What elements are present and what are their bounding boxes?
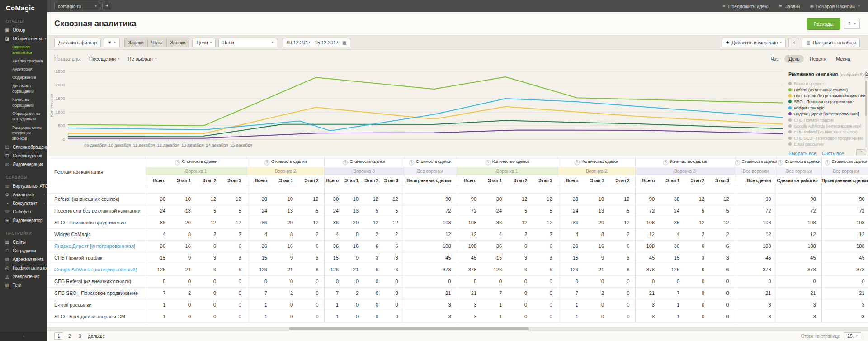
toggle-requests[interactable]: Заявки bbox=[166, 38, 190, 47]
suggest-idea-link[interactable]: ✦ Предложить идею bbox=[722, 4, 768, 9]
legend-item[interactable]: Яндекс.Директ [интегрированная] bbox=[788, 111, 865, 117]
sidebar-item-consultant[interactable]: ◔Консультант› bbox=[0, 199, 47, 208]
date-range-input[interactable]: 09.12.2017 - 15.12.2017 ▦ bbox=[283, 38, 350, 47]
column-header[interactable]: Этап 3 bbox=[384, 175, 404, 187]
clear-dimension-button[interactable]: ✕ bbox=[788, 38, 799, 47]
help-icon[interactable]: ? bbox=[343, 160, 348, 165]
column-header[interactable]: Всего bbox=[146, 175, 171, 187]
sidebar-subitem-end-to-end-analytics[interactable]: Сквозная аналитика bbox=[0, 43, 47, 57]
sidebar-item-virtual-ats[interactable]: ☏Виртуальная АТС› bbox=[0, 182, 47, 190]
sidebar-item-tags[interactable]: ▧Теги bbox=[0, 281, 47, 289]
project-select[interactable]: comagic.ru ▾ bbox=[54, 2, 100, 10]
column-header[interactable]: Этап 2 bbox=[507, 175, 533, 187]
sidebar-collapse-button[interactable]: ‹ bbox=[0, 332, 47, 341]
column-header[interactable]: Проигранные сделки bbox=[821, 175, 868, 187]
sidebar-item-lead-generator[interactable]: ⊞Лидогенератор bbox=[0, 216, 47, 225]
help-icon[interactable]: ? bbox=[735, 160, 740, 165]
legend-item[interactable]: Widget CoMagic bbox=[788, 105, 865, 111]
tickets-link[interactable]: ⚑ Заявки bbox=[778, 4, 800, 9]
legend-scrollbar-thumb[interactable] bbox=[865, 81, 867, 116]
sidebar-item-activity-schedules[interactable]: ◴Графики активности bbox=[0, 264, 47, 272]
column-header[interactable]: Этап 2 bbox=[196, 175, 222, 187]
chart-collapse-button[interactable]: ⌃ bbox=[856, 149, 866, 155]
help-icon[interactable]: ? bbox=[175, 160, 180, 165]
sidebar-subitem-requests-quality[interactable]: Качество обращений bbox=[0, 95, 47, 109]
legend-item[interactable]: Посетители без рекламной кампании bbox=[788, 93, 865, 99]
column-header[interactable]: Этап 2 bbox=[298, 175, 324, 187]
column-header[interactable]: Выигранные сделки bbox=[404, 175, 457, 187]
sidebar-item-overview[interactable]: ▣Обзор bbox=[0, 26, 47, 34]
sidebar-item-general-reports[interactable]: ◪Общие отчёты▾ bbox=[0, 34, 47, 43]
goals-button[interactable]: Цели ▾ bbox=[192, 38, 216, 47]
legend-item[interactable]: Referal (из внешних ссылок) bbox=[788, 86, 865, 92]
export-button[interactable]: ↥ ▾ bbox=[844, 19, 860, 29]
sidebar-subitem-audience[interactable]: Аудитория bbox=[0, 65, 47, 73]
metric-select[interactable]: Посещения ▾ bbox=[89, 56, 119, 62]
period-week[interactable]: Неделя bbox=[806, 55, 830, 63]
expenses-button[interactable]: Расходы bbox=[807, 18, 840, 30]
horizontal-scrollbar[interactable] bbox=[47, 327, 868, 331]
column-header[interactable]: Всего bbox=[558, 175, 584, 187]
sidebar-item-deals-list[interactable]: ⊟Список сделок bbox=[0, 152, 47, 160]
add-filter-button[interactable]: Добавить фильтр bbox=[54, 38, 101, 47]
help-icon[interactable]: ? bbox=[575, 160, 580, 165]
add-dimension-button[interactable]: + Добавить измерение ▾ bbox=[722, 38, 786, 47]
legend-item[interactable]: Google AdWords [интегрированная] bbox=[788, 123, 865, 129]
sidebar-item-sitephone[interactable]: ☏Сайтфон bbox=[0, 208, 47, 216]
column-header[interactable]: Этап 1 bbox=[660, 175, 685, 187]
sidebar-item-lead-generation[interactable]: ◎Лидогенерация bbox=[0, 160, 47, 169]
rows-per-page-select[interactable]: 25 ▾ bbox=[844, 332, 861, 340]
sidebar-subitem-requests-by-employees[interactable]: Обращения по сотрудникам bbox=[0, 109, 47, 123]
next-page-link[interactable]: дальше bbox=[86, 333, 107, 339]
filter-menu-button[interactable]: ▼ ▾ bbox=[104, 38, 119, 47]
sidebar-subitem-traffic-analysis[interactable]: Анализ трафика bbox=[0, 57, 47, 65]
sidebar-item-requests-list[interactable]: ▤Список обращений› bbox=[0, 143, 47, 152]
column-header[interactable]: Этап 2 bbox=[685, 175, 710, 187]
toggle-chats[interactable]: Чаты bbox=[147, 38, 167, 47]
add-project-button[interactable]: + bbox=[102, 2, 112, 10]
column-header[interactable]: Этап 3 bbox=[710, 175, 735, 187]
campaign-row-label[interactable]: Яндекс.Директ [интегрированнная] bbox=[47, 240, 146, 252]
configure-columns-button[interactable]: ▥ Настроить столбцы bbox=[802, 38, 860, 47]
column-header[interactable]: Этап 2 bbox=[364, 175, 384, 187]
column-header[interactable]: Все сделки bbox=[735, 175, 777, 187]
help-icon[interactable]: ? bbox=[825, 160, 830, 165]
sidebar-item-notifications[interactable]: ◬Уведомления bbox=[0, 272, 47, 281]
column-header[interactable]: Этап 3 bbox=[533, 175, 558, 187]
select-all-link[interactable]: Выбрать все bbox=[788, 151, 816, 156]
column-header[interactable]: Этап 1 bbox=[344, 175, 364, 187]
page-button-1[interactable]: 1 bbox=[54, 332, 63, 340]
column-header[interactable]: Этап 2 bbox=[609, 175, 635, 187]
deselect-all-link[interactable]: Снять все bbox=[822, 151, 844, 156]
page-button-2[interactable]: 2 bbox=[66, 333, 74, 339]
legend-item[interactable]: СПБ SEO - Поисковое продвижение bbox=[788, 135, 865, 141]
legend-item[interactable]: СПБ Прямой трафик bbox=[788, 117, 865, 123]
column-header[interactable]: Этап 1 bbox=[482, 175, 507, 187]
legend-item[interactable]: Email рассылки bbox=[788, 141, 865, 147]
column-header[interactable]: Этап 3 bbox=[222, 175, 247, 187]
period-month[interactable]: Месяц bbox=[832, 55, 854, 63]
legend-item[interactable]: SEO - Поисковое продвижение bbox=[788, 99, 865, 104]
column-header[interactable]: Всего bbox=[324, 175, 344, 187]
horizontal-scrollbar-thumb[interactable] bbox=[289, 327, 529, 330]
period-day[interactable]: День bbox=[784, 55, 803, 63]
column-header[interactable]: Этап 1 bbox=[584, 175, 609, 187]
legend-item[interactable]: СПБ Referal (из внешних ссылок) bbox=[788, 129, 865, 135]
sidebar-item-analytics[interactable]: ⚙Аналитика› bbox=[0, 190, 47, 199]
column-header[interactable]: Сделки «в работе» bbox=[777, 175, 821, 187]
toggle-calls[interactable]: Звонки bbox=[124, 38, 148, 47]
sidebar-subitem-requests-dynamics[interactable]: Динамика обращений bbox=[0, 82, 47, 96]
help-icon[interactable]: ? bbox=[778, 160, 783, 165]
period-hour[interactable]: Час bbox=[766, 55, 783, 63]
sidebar-subitem-incoming-calls-distribution[interactable]: Распределение входящих звонков bbox=[0, 123, 47, 143]
column-header[interactable]: Всего bbox=[457, 175, 482, 187]
campaign-row-label[interactable]: Google AdWords (интегрированный) bbox=[47, 264, 146, 275]
help-icon[interactable]: ? bbox=[663, 160, 668, 165]
help-icon[interactable]: ? bbox=[486, 160, 491, 165]
page-button-3[interactable]: 3 bbox=[76, 333, 84, 339]
sidebar-item-address-book[interactable]: ▥Адресная книга bbox=[0, 255, 47, 264]
column-header[interactable]: Всего bbox=[635, 175, 660, 187]
secondary-metric-select[interactable]: Не выбран ▾ bbox=[127, 56, 156, 62]
sigma-sum-button[interactable]: Σ bbox=[865, 71, 868, 78]
help-icon[interactable]: ? bbox=[264, 160, 269, 165]
